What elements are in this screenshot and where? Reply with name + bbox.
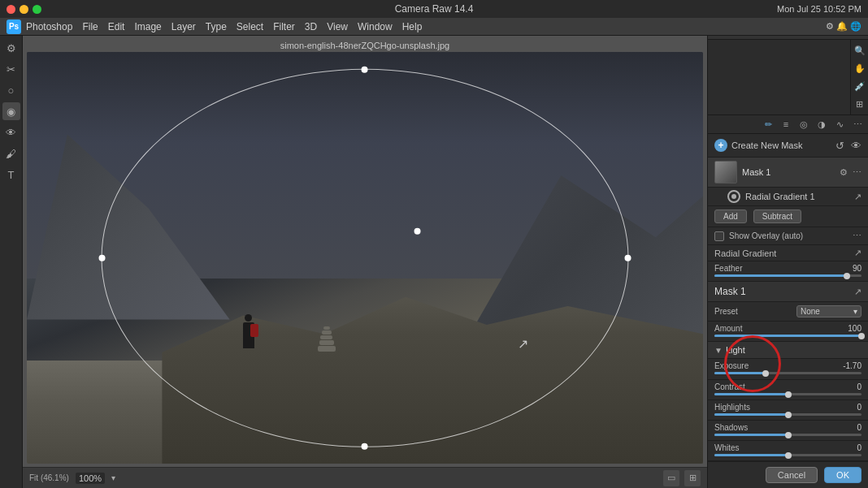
- view-split-icon[interactable]: ⊞: [684, 470, 701, 486]
- menu-layer[interactable]: Layer: [171, 21, 196, 32]
- radial-gradient-section-label: Radial Gradient: [714, 248, 776, 258]
- menu-filter[interactable]: Filter: [273, 21, 295, 32]
- shadows-header: Shadows 0: [714, 423, 861, 432]
- radial-gradient-edit-icon[interactable]: ↗: [854, 192, 861, 202]
- amount-value: 100: [839, 324, 861, 333]
- exposure-slider-track[interactable]: [714, 372, 861, 374]
- show-overlay-label: Show Overlay (auto): [729, 231, 848, 240]
- contrast-value: 0: [839, 382, 861, 391]
- highlights-slider-track[interactable]: [714, 413, 861, 416]
- mask1-row[interactable]: Mask 1 ⚙ ⋯: [708, 158, 868, 188]
- menu-type[interactable]: Type: [206, 21, 227, 32]
- exposure-slider-thumb[interactable]: [762, 370, 769, 377]
- light-collapse-icon: ▼: [714, 346, 723, 355]
- adjust-icon[interactable]: ≡: [779, 117, 793, 132]
- cancel-button[interactable]: Cancel: [766, 467, 818, 483]
- radial-gradient-icon: [727, 190, 740, 203]
- zoom-in-icon[interactable]: 🔍: [853, 43, 867, 58]
- heal-tool[interactable]: ○: [2, 81, 20, 99]
- shadows-slider-fill: [714, 434, 788, 436]
- mask1-section-label: Mask 1: [714, 286, 746, 297]
- menu-edit[interactable]: Edit: [108, 21, 125, 32]
- redeye-tool[interactable]: 👁: [2, 123, 20, 141]
- exposure-slider-fill: [714, 372, 766, 374]
- close-button[interactable]: [7, 5, 15, 14]
- whites-slider-track[interactable]: [714, 454, 861, 456]
- menu-bar-right: ⚙ 🔔 🌐: [826, 21, 861, 32]
- radial-gradient-arrow-icon[interactable]: ↗: [854, 248, 861, 258]
- maximize-button[interactable]: [33, 5, 41, 14]
- person-body: [243, 322, 254, 348]
- menu-photoshop[interactable]: Photoshop: [26, 21, 72, 32]
- ok-button[interactable]: OK: [824, 467, 861, 483]
- radial-gradient-info-row: Radial Gradient ↗: [708, 245, 868, 261]
- feather-slider-track[interactable]: [714, 274, 861, 277]
- panel-tab-icons: ✏ ≡ ◎ ◑ ∿ ⋯: [708, 115, 868, 134]
- contrast-slider-thumb[interactable]: [785, 391, 792, 398]
- view-single-icon[interactable]: ▭: [663, 470, 679, 486]
- minimize-button[interactable]: [20, 5, 28, 14]
- preset-value: None: [801, 307, 820, 316]
- crop-tool[interactable]: ✂: [2, 60, 20, 78]
- menu-image[interactable]: Image: [134, 21, 161, 32]
- amount-slider-thumb[interactable]: [858, 333, 865, 339]
- canvas-bottom-icons: ▭ ⊞: [663, 470, 701, 486]
- highlights-row: Highlights 0: [708, 400, 868, 421]
- settings-tool[interactable]: ⚙: [2, 39, 20, 57]
- preset-label: Preset: [714, 307, 738, 316]
- subtract-button[interactable]: Subtract: [753, 209, 801, 223]
- light-section-header[interactable]: ▼ Light: [708, 342, 868, 359]
- create-new-mask-button[interactable]: + Create New Mask: [714, 139, 802, 152]
- whites-slider-thumb[interactable]: [785, 452, 792, 459]
- hand-tool-icon[interactable]: ✋: [853, 61, 867, 76]
- mask-more-icon[interactable]: ⋯: [853, 167, 861, 178]
- mask-tool[interactable]: ◉: [2, 102, 20, 120]
- sample-icon[interactable]: 💉: [853, 79, 867, 93]
- traffic-lights: [7, 5, 41, 14]
- menu-select[interactable]: Select: [237, 21, 263, 32]
- canvas-image[interactable]: [27, 52, 703, 464]
- exposure-value: -1.70: [839, 361, 861, 370]
- menu-view[interactable]: View: [327, 21, 348, 32]
- color-icon[interactable]: ◑: [814, 117, 829, 132]
- feather-header: Feather 90: [714, 264, 861, 273]
- contrast-slider-fill: [714, 393, 788, 395]
- brush-tool[interactable]: 🖌: [2, 145, 20, 162]
- text-tool[interactable]: T: [2, 166, 20, 184]
- zoom-dropdown-icon[interactable]: ▾: [111, 473, 115, 482]
- highlights-slider-thumb[interactable]: [785, 412, 792, 418]
- radial-gradient-row[interactable]: Radial Gradient 1 ↗: [708, 188, 868, 206]
- exposure-label: Exposure: [714, 361, 749, 370]
- show-overlay-checkbox[interactable]: [714, 231, 724, 241]
- lens-icon[interactable]: ◎: [796, 117, 811, 132]
- preset-chevron-icon: ▾: [853, 307, 857, 316]
- whites-value: 0: [839, 443, 861, 452]
- edit-icon[interactable]: ✏: [761, 117, 775, 132]
- curve-icon[interactable]: ∿: [832, 117, 847, 132]
- add-button[interactable]: Add: [714, 209, 747, 223]
- menu-window[interactable]: Window: [358, 21, 393, 32]
- shadows-slider-track[interactable]: [714, 434, 861, 436]
- mask-settings-icon[interactable]: ⚙: [840, 167, 848, 178]
- invert-mask-icon[interactable]: ↺: [835, 140, 844, 152]
- mask1-section-header: Mask 1 ↗: [708, 282, 868, 302]
- contrast-slider-track[interactable]: [714, 393, 861, 395]
- contrast-header: Contrast 0: [714, 382, 861, 391]
- clock-display: Mon Jul 25 10:52 PM: [777, 4, 861, 14]
- menu-3d[interactable]: 3D: [305, 21, 317, 32]
- menu-file[interactable]: File: [82, 21, 98, 32]
- preset-dropdown[interactable]: None ▾: [796, 305, 861, 317]
- feather-row: Feather 90: [708, 261, 868, 282]
- feather-slider-thumb[interactable]: [844, 273, 850, 279]
- mask1-section-icon[interactable]: ↗: [854, 287, 861, 297]
- visibility-icon[interactable]: 👁: [851, 140, 861, 152]
- overlay-more-icon[interactable]: ⋯: [853, 231, 861, 241]
- feather-slider-fill: [714, 274, 847, 277]
- zoom-display[interactable]: 100%: [76, 473, 105, 484]
- shadows-slider-thumb[interactable]: [785, 432, 792, 438]
- menu-help[interactable]: Help: [402, 21, 423, 32]
- detail-icon[interactable]: ⋯: [850, 117, 865, 132]
- amount-slider-track[interactable]: [714, 335, 861, 337]
- amount-label: Amount: [714, 324, 742, 333]
- grid-icon[interactable]: ⊞: [853, 97, 867, 111]
